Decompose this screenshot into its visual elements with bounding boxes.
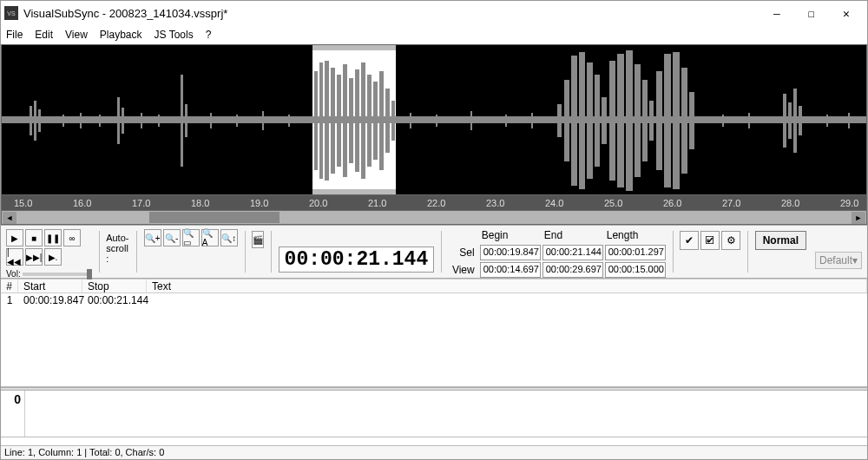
svg-rect-7: [185, 104, 187, 137]
svg-rect-57: [531, 113, 533, 128]
scroll-left-icon[interactable]: ◄: [3, 212, 16, 224]
editor-line-num: 0: [1, 391, 25, 437]
svg-rect-12: [337, 75, 341, 167]
toolbar: ▶ ■ ❚❚ ∞ |◀◀ ▶▶| ▶. Vol: Auto-scroll : 🔍…: [1, 225, 867, 279]
chevron-down-icon: ▾: [852, 254, 858, 266]
ruler-tick: 17.0: [132, 198, 150, 208]
maximize-button[interactable]: ☐: [794, 3, 829, 23]
col-idx[interactable]: #: [1, 279, 18, 292]
sel-begin[interactable]: 00:00:19.847: [480, 245, 541, 260]
svg-rect-25: [579, 52, 585, 189]
minimize-button[interactable]: —: [760, 3, 794, 23]
volume-label: Vol:: [6, 269, 21, 279]
svg-rect-51: [262, 111, 264, 130]
scene-change-button[interactable]: 🎬: [252, 231, 264, 248]
prev-sub-button[interactable]: |◀◀: [6, 248, 23, 266]
svg-rect-48: [158, 115, 160, 127]
svg-rect-16: [361, 62, 365, 179]
svg-rect-61: [848, 113, 850, 128]
check-errors-button[interactable]: ✔: [680, 231, 699, 250]
svg-rect-10: [325, 61, 329, 181]
title-bar: VS VisualSubSync - 200823_141034.vssprj*…: [1, 1, 867, 25]
svg-rect-52: [288, 115, 290, 127]
ruler-tick: 22.0: [427, 198, 445, 208]
pause-button[interactable]: ❚❚: [44, 229, 62, 246]
editor-textarea[interactable]: [25, 391, 867, 437]
app-icon: VS: [4, 6, 18, 20]
svg-rect-46: [99, 115, 101, 127]
volume-slider[interactable]: [23, 273, 92, 276]
subtitle-list-header: # Start Stop Text: [1, 279, 867, 293]
svg-rect-14: [349, 78, 353, 163]
menu-jstools[interactable]: JS Tools: [155, 29, 194, 41]
svg-rect-18: [373, 82, 378, 160]
waveform-display[interactable]: <線/>: [1, 44, 867, 195]
menu-view[interactable]: View: [65, 29, 88, 41]
time-ruler[interactable]: 15.0 16.0 17.0 18.0 19.0 20.0 21.0 22.0 …: [1, 195, 867, 211]
svg-rect-54: [436, 115, 437, 127]
zoom-out-button[interactable]: 🔍-: [163, 229, 181, 246]
sel-end[interactable]: 00:00:21.144: [542, 245, 603, 260]
svg-rect-42: [793, 89, 797, 153]
svg-rect-0: [2, 116, 867, 123]
col-text[interactable]: Text: [147, 279, 867, 292]
col-end: End: [542, 229, 603, 243]
loop-button[interactable]: ∞: [63, 229, 81, 246]
svg-rect-37: [673, 52, 680, 189]
row-idx: 1: [1, 294, 18, 306]
autoscroll-label: Auto-scroll :: [106, 233, 129, 264]
svg-rect-53: [410, 113, 411, 128]
autoscroll-group: Auto-scroll :: [106, 229, 129, 264]
col-start[interactable]: Start: [18, 279, 82, 292]
col-stop[interactable]: Stop: [82, 279, 147, 292]
zoom-sel-button[interactable]: 🔍▭: [182, 229, 200, 246]
play-button[interactable]: ▶: [6, 229, 23, 246]
mode-normal-button[interactable]: Normal: [755, 231, 806, 250]
view-begin[interactable]: 00:00:14.697: [480, 262, 541, 278]
error-settings-button[interactable]: ⚙: [721, 231, 740, 250]
stop-button[interactable]: ■: [25, 229, 43, 246]
svg-rect-39: [689, 92, 694, 149]
waveform-scrollbar[interactable]: ◄ ►: [1, 211, 867, 225]
close-button[interactable]: ✕: [829, 3, 864, 23]
zoom-in-button[interactable]: 🔍+: [144, 229, 161, 246]
ruler-tick: 19.0: [250, 198, 268, 208]
svg-rect-4: [117, 97, 120, 144]
scrollbar-thumb[interactable]: [149, 212, 279, 223]
menu-edit[interactable]: Edit: [35, 29, 53, 41]
style-select[interactable]: Default ▾: [815, 252, 862, 269]
svg-rect-32: [635, 64, 641, 177]
menu-playback[interactable]: Playback: [100, 29, 142, 41]
svg-rect-50: [236, 115, 238, 127]
svg-rect-36: [664, 54, 671, 187]
play-end-button[interactable]: ▶.: [44, 248, 62, 266]
svg-rect-19: [379, 71, 384, 170]
menu-file[interactable]: File: [6, 29, 23, 41]
svg-rect-8: [314, 71, 318, 170]
svg-rect-5: [122, 108, 124, 134]
menu-help[interactable]: ?: [206, 29, 212, 41]
col-begin: Begin: [480, 229, 541, 243]
svg-rect-20: [385, 89, 390, 153]
ruler-tick: 15.0: [14, 198, 32, 208]
ruler-tick: 18.0: [191, 198, 209, 208]
zoom-vert-button[interactable]: 🔍↕: [220, 229, 238, 246]
svg-rect-26: [587, 62, 593, 179]
ruler-tick: 25.0: [604, 198, 622, 208]
scroll-right-icon[interactable]: ►: [852, 212, 865, 224]
row-view-label: View: [452, 262, 478, 278]
svg-rect-56: [505, 115, 507, 127]
next-sub-button[interactable]: ▶▶|: [25, 248, 43, 266]
window-controls: — ☐ ✕: [760, 3, 864, 23]
view-length: 00:00:15.000: [605, 262, 666, 278]
zoom-all-button[interactable]: 🔍A: [201, 229, 219, 246]
table-row[interactable]: 1 00:00:19.847 00:00:21.144: [1, 293, 867, 307]
svg-rect-17: [367, 75, 372, 167]
subtitle-list[interactable]: 1 00:00:19.847 00:00:21.144: [1, 293, 867, 387]
svg-rect-13: [343, 64, 347, 177]
error-list-button[interactable]: 🗹: [700, 231, 720, 250]
svg-rect-15: [355, 69, 359, 172]
view-end[interactable]: 00:00:29.697: [542, 262, 603, 278]
svg-rect-34: [649, 101, 654, 141]
svg-rect-40: [783, 94, 786, 148]
